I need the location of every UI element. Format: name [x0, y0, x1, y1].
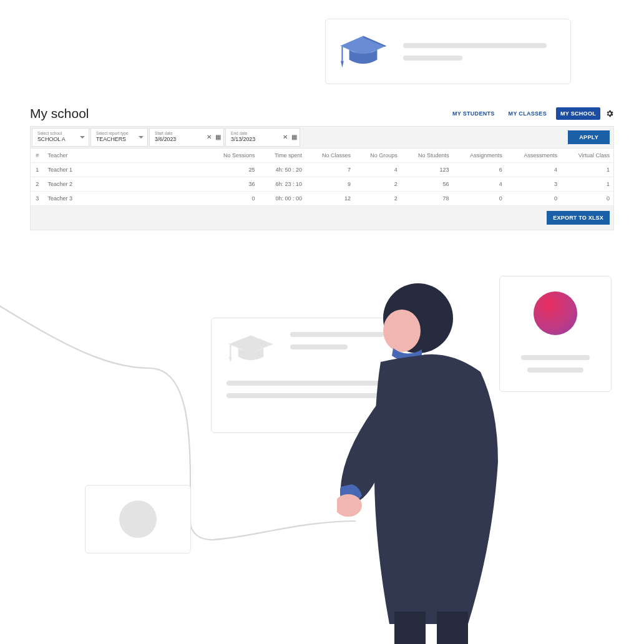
cell-sessions: 0 [207, 192, 259, 206]
tab-my-classes[interactable]: MY CLASSES [504, 107, 551, 120]
cell-teacher: Teacher 1 [44, 163, 207, 177]
col-virtual: Virtual Class [561, 149, 614, 163]
placeholder-line [527, 368, 583, 373]
graduation-cap-icon [338, 30, 388, 74]
chevron-down-icon [80, 136, 85, 139]
cell-assignments: 4 [452, 177, 505, 192]
cell-assessments: 3 [506, 177, 561, 192]
col-students: No Students [401, 149, 453, 163]
svg-rect-11 [437, 612, 468, 644]
col-time: Time spent [259, 149, 306, 163]
person-illustration [337, 275, 524, 644]
cell-sessions: 25 [207, 163, 259, 177]
cell-students: 56 [401, 177, 453, 192]
cell-classes: 12 [306, 192, 354, 206]
svg-marker-6 [229, 357, 232, 363]
cell-time: 4h: 50 : 20 [259, 163, 306, 177]
page-title: My school [30, 106, 89, 121]
cell-virtual: 1 [561, 163, 614, 177]
svg-marker-4 [228, 335, 273, 353]
col-sessions: No Sessions [207, 149, 259, 163]
cell-idx: 1 [31, 163, 44, 177]
clear-icon[interactable]: ✕ [283, 134, 288, 140]
cell-teacher: Teacher 3 [44, 192, 207, 206]
placeholder-line [521, 355, 590, 360]
placeholder-line [403, 56, 462, 61]
cell-virtual: 1 [561, 177, 614, 192]
cell-assessments: 4 [506, 163, 561, 177]
col-assessments: Assessments [506, 149, 561, 163]
select-report-type[interactable]: Select report type TEACHERS [90, 128, 148, 147]
cell-groups: 2 [354, 177, 401, 192]
gear-icon[interactable] [605, 109, 614, 118]
col-teacher: Teacher [44, 149, 207, 163]
field-label: Select school [37, 132, 84, 136]
filter-bar: Select school SCHOOL A Select report typ… [30, 126, 614, 149]
cell-idx: 3 [31, 192, 44, 206]
cell-classes: 7 [306, 163, 354, 177]
gradient-avatar [534, 291, 577, 335]
tab-my-students[interactable]: MY STUDENTS [448, 107, 499, 120]
table-header-row: # Teacher No Sessions Time spent No Clas… [31, 149, 614, 163]
cell-sessions: 36 [207, 177, 259, 192]
cell-classes: 9 [306, 177, 354, 192]
cell-teacher: Teacher 2 [44, 177, 207, 192]
cell-students: 123 [401, 163, 453, 177]
cell-students: 78 [401, 192, 453, 206]
svg-marker-3 [341, 61, 344, 67]
calendar-icon[interactable]: ▦ [291, 134, 297, 140]
cell-groups: 4 [354, 163, 401, 177]
tab-my-school[interactable]: MY SCHOOL [556, 107, 600, 120]
cell-assignments: 0 [452, 192, 505, 206]
col-assignments: Assignments [452, 149, 505, 163]
select-school[interactable]: Select school SCHOOL A [32, 128, 89, 147]
table-row[interactable]: 1Teacher 1254h: 50 : 2074123641 [31, 163, 614, 177]
table-row[interactable]: 2Teacher 2366h: 23 : 109256431 [31, 177, 614, 192]
col-groups: No Groups [354, 149, 401, 163]
svg-rect-10 [394, 612, 426, 644]
summary-card-top [325, 19, 571, 84]
teachers-table: # Teacher No Sessions Time spent No Clas… [30, 149, 614, 206]
cell-virtual: 0 [561, 192, 614, 206]
cell-assessments: 0 [506, 192, 561, 206]
placeholder-line [403, 43, 547, 48]
field-value: SCHOOL A [37, 137, 84, 143]
apply-button[interactable]: APPLY [568, 130, 610, 144]
field-value: TEACHERS [96, 137, 142, 143]
end-date-field[interactable]: End date 3/13/2023 ✕ ▦ [225, 128, 300, 147]
cell-time: 6h: 23 : 10 [259, 177, 306, 192]
table-row[interactable]: 3Teacher 300h: 00 : 0012278000 [31, 192, 614, 206]
col-index: # [31, 149, 44, 163]
cell-groups: 2 [354, 192, 401, 206]
col-classes: No Classes [306, 149, 354, 163]
field-label: Select report type [96, 132, 142, 136]
summary-card-small [85, 485, 191, 554]
dashboard-panel: My school MY STUDENTS MY CLASSES MY SCHO… [30, 106, 614, 230]
svg-marker-0 [340, 36, 386, 56]
export-xlsx-button[interactable]: EXPORT TO XLSX [547, 211, 610, 225]
cell-assignments: 6 [452, 163, 505, 177]
cell-time: 0h: 00 : 00 [259, 192, 306, 206]
graduation-cap-icon [227, 332, 275, 367]
start-date-field[interactable]: Start date 3/6/2023 ✕ ▦ [149, 128, 224, 147]
chevron-down-icon [139, 136, 144, 139]
clear-icon[interactable]: ✕ [207, 134, 212, 140]
cell-idx: 2 [31, 177, 44, 192]
svg-point-8 [383, 310, 421, 352]
calendar-icon[interactable]: ▦ [215, 134, 221, 140]
avatar-placeholder [119, 500, 157, 538]
